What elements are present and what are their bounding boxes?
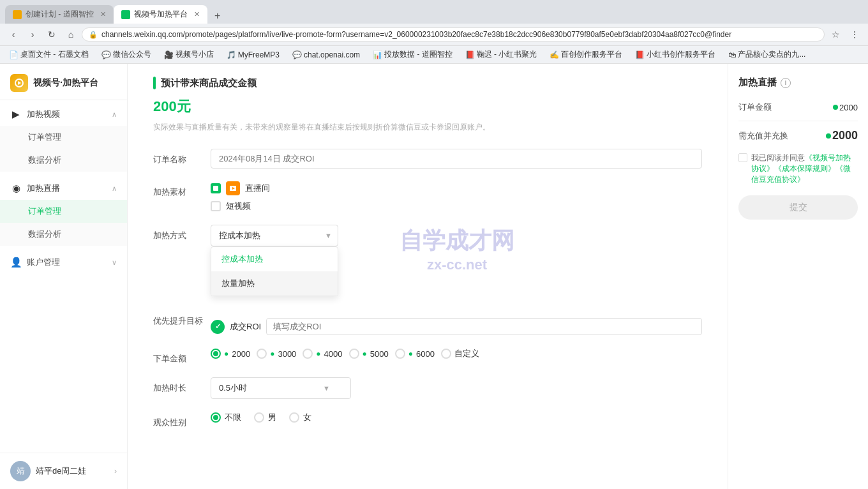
gender-option-female[interactable]: 女 xyxy=(289,412,311,423)
refresh-button[interactable]: ↻ xyxy=(43,26,60,43)
submit-button[interactable]: 提交 xyxy=(738,195,858,220)
tab-close-1[interactable]: ✕ xyxy=(100,10,106,19)
amount-option-3000[interactable]: ● 3000 xyxy=(257,349,296,359)
sidebar-label-boost-video: 加热视频 xyxy=(27,109,107,120)
gender-option-all[interactable]: 不限 xyxy=(211,412,241,423)
material-label-live: 直播间 xyxy=(245,183,270,194)
sidebar-item-account-mgmt[interactable]: 👤 账户管理 ∨ xyxy=(0,251,127,274)
panel-title-text: 加热直播 xyxy=(738,77,777,89)
material-option-short-video[interactable]: 短视频 xyxy=(211,200,702,212)
dropdown-item-cost-control[interactable]: 控成本加热 xyxy=(211,247,338,271)
boost-method-select[interactable]: 控成本加热 xyxy=(211,225,338,246)
roi-input[interactable] xyxy=(266,318,702,335)
gender-radio-female xyxy=(289,412,299,423)
sidebar-section-boost-live: ◉ 加热直播 ∧ 订单管理 数据分析 xyxy=(0,174,127,248)
roi-label: 成交ROI xyxy=(230,321,261,333)
tab-active[interactable]: 视频号加热平台 ✕ xyxy=(114,5,207,24)
material-option-live[interactable]: 直播间 xyxy=(211,181,702,195)
gender-label: 观众性别 xyxy=(153,412,211,428)
bookmark-7[interactable]: 📕鞠迟 - 小红书聚光 xyxy=(461,48,541,61)
sidebar-logo: 视频号·加热平台 xyxy=(0,64,127,100)
bookmark-1[interactable]: 📄桌面文件 - 石墨文档 xyxy=(5,48,93,61)
user-avatar: 靖 xyxy=(10,461,31,481)
gender-option-male[interactable]: 男 xyxy=(254,412,276,423)
roi-check-icon: ✓ xyxy=(211,320,225,334)
boost-method-label: 加热方式 xyxy=(153,225,211,241)
amount-option-6000[interactable]: ● 6000 xyxy=(395,349,435,359)
boost-method-dropdown-wrapper: 控成本加热 ▼ 控成本加热 放量加热 xyxy=(211,225,702,246)
sidebar-item-order-mgmt-live[interactable]: 订单管理 xyxy=(0,200,127,223)
new-tab-button[interactable]: + xyxy=(210,8,225,24)
dropdown-item-maximize[interactable]: 放量加热 xyxy=(211,271,338,296)
sidebar-user[interactable]: 靖 靖平de周二娃 › xyxy=(0,453,127,489)
sidebar-item-boost-video[interactable]: ▶ 加热视频 ∧ xyxy=(0,103,127,126)
bookmark-3[interactable]: 🎥视频号小店 xyxy=(160,48,218,61)
tab-close-2[interactable]: ✕ xyxy=(194,10,200,19)
priority-control: ✓ 成交ROI xyxy=(211,310,702,335)
form-amount: 200元 xyxy=(153,97,702,116)
bookmark-8[interactable]: ✍百创创作服务平台 xyxy=(546,48,626,61)
bookmark-4[interactable]: 🎵MyFreeMP3 xyxy=(223,49,283,61)
bookmark-icon-4: 🎵 xyxy=(227,50,236,59)
gender-label-male: 男 xyxy=(268,412,276,423)
bookmark-10[interactable]: 🛍产品核心卖点的九... xyxy=(724,48,809,61)
form-hint: 实际效果与直播质量有关，未带来的观察量将在直播结束后按规则折价算微信豆或卡券退回… xyxy=(153,121,702,133)
panel-divider xyxy=(738,121,858,121)
sidebar-section-account: 👤 账户管理 ∨ xyxy=(0,248,127,276)
order-mgmt-video-label: 订单管理 xyxy=(28,132,117,143)
forward-button[interactable]: › xyxy=(24,26,41,43)
address-lock-icon: 🔒 xyxy=(89,31,98,39)
gender-row: 观众性别 不限 男 女 xyxy=(153,412,702,428)
chevron-up-icon-video: ∧ xyxy=(112,110,117,119)
back-button[interactable]: ‹ xyxy=(5,26,22,43)
bookmark-9[interactable]: 📕小红书创作服务平台 xyxy=(631,48,719,61)
address-text: channels.weixin.qq.com/promote/pages/pla… xyxy=(101,30,818,39)
tab-inactive[interactable]: 创建计划 - 道圈智控 ✕ xyxy=(5,5,114,24)
duration-select[interactable]: 0.5小时 ▼ xyxy=(211,377,351,399)
more-button[interactable]: ⋮ xyxy=(846,26,863,43)
bookmark-5[interactable]: 💬chat.openai.com xyxy=(288,49,364,61)
bookmark-6[interactable]: 📊投放数据 - 道圈智控 xyxy=(369,48,456,61)
agreement-link-2[interactable]: 《成本保障规则》 xyxy=(774,164,835,173)
amount-option-custom[interactable]: 自定义 xyxy=(441,348,479,359)
sidebar-item-order-mgmt-video[interactable]: 订单管理 xyxy=(0,126,127,149)
order-name-input[interactable] xyxy=(211,149,702,169)
priority-label: 优先提升目标 xyxy=(153,310,211,327)
tab-title-2: 视频号加热平台 xyxy=(134,9,188,20)
agreement-checkbox[interactable] xyxy=(738,153,747,162)
sidebar-label-account: 账户管理 xyxy=(27,257,107,268)
amount-prefix-3000: ● xyxy=(270,349,274,358)
amount-option-5000[interactable]: ● 5000 xyxy=(349,349,389,359)
sidebar-item-boost-live[interactable]: ◉ 加热直播 ∧ xyxy=(0,177,127,200)
section-label: 预计带来商品成交金额 xyxy=(161,77,257,89)
order-name-label: 订单名称 xyxy=(153,149,211,165)
amount-group: ● 2000 ● 3000 ● 4000 ● xyxy=(211,348,702,359)
order-total-value: 2000 xyxy=(833,103,858,112)
home-button[interactable]: ⌂ xyxy=(63,26,79,43)
amount-value-custom: 自定义 xyxy=(454,348,479,359)
sidebar-item-data-analysis-live[interactable]: 数据分析 xyxy=(0,223,127,246)
amount-radio-5000 xyxy=(349,349,359,359)
material-check-live xyxy=(211,183,221,193)
sidebar-item-data-analysis-video[interactable]: 数据分析 xyxy=(0,149,127,172)
username-label: 靖平de周二娃 xyxy=(36,465,109,477)
amount-option-2000[interactable]: ● 2000 xyxy=(211,349,250,359)
amount-option-4000[interactable]: ● 4000 xyxy=(303,349,342,359)
bookmark-icon-5: 💬 xyxy=(292,50,302,59)
amount-radio-4000 xyxy=(303,349,313,359)
roi-row: ✓ 成交ROI xyxy=(211,318,702,335)
material-label: 加热素材 xyxy=(153,181,211,198)
green-dot-order xyxy=(833,105,838,110)
gender-label-female: 女 xyxy=(303,412,311,423)
bookmark-2[interactable]: 💬微信公众号 xyxy=(98,48,155,61)
star-button[interactable]: ☆ xyxy=(827,26,844,43)
bookmark-icon-6: 📊 xyxy=(373,50,382,59)
logo-icon xyxy=(10,74,28,92)
address-bar[interactable]: 🔒 channels.weixin.qq.com/promote/pages/p… xyxy=(82,27,825,41)
sidebar-sub-boost-live: 订单管理 数据分析 xyxy=(0,200,127,246)
amount-value-4000: 4000 xyxy=(324,349,343,359)
info-icon[interactable]: i xyxy=(781,78,791,88)
tab-bar: 创建计划 - 道圈智控 ✕ 视频号加热平台 ✕ + xyxy=(0,0,868,24)
material-options: 直播间 短视频 xyxy=(211,181,702,212)
sidebar-label-boost-live: 加热直播 xyxy=(27,183,107,194)
